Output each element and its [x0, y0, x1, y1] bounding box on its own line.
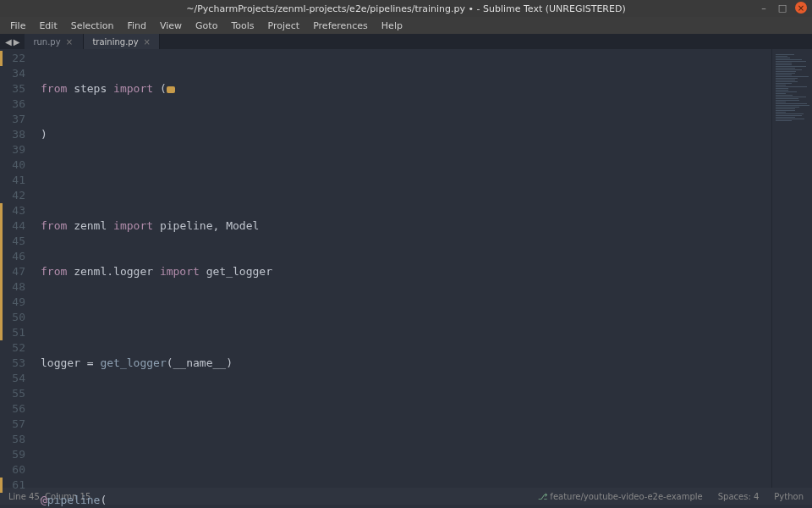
menu-preferences[interactable]: Preferences: [308, 19, 373, 33]
line-number: 60: [0, 462, 29, 478]
minimap[interactable]: [771, 49, 812, 488]
window-titlebar: ~/PycharmProjects/zenml-projects/e2e/pip…: [0, 0, 812, 17]
window-title: ~/PycharmProjects/zenml-projects/e2e/pip…: [186, 3, 625, 14]
editor[interactable]: 2234353637383940414243444546474849505152…: [0, 49, 812, 488]
line-number: 46: [0, 249, 29, 264]
menu-goto[interactable]: Goto: [190, 19, 222, 33]
line-number: 54: [0, 371, 29, 386]
args: (__name__): [167, 356, 233, 369]
line-number: 47: [0, 264, 29, 279]
line-number: 53: [0, 356, 29, 371]
minimize-icon[interactable]: –: [758, 2, 770, 14]
punct: ): [41, 128, 47, 141]
decorator: pipeline: [47, 494, 101, 506]
line-number: 57: [0, 417, 29, 432]
line-number: 52: [0, 340, 29, 356]
tab-label: training.py: [92, 37, 138, 47]
var: logger: [41, 356, 87, 369]
module-name: steps: [74, 82, 107, 95]
tab-nav-back-icon[interactable]: ◀: [5, 37, 12, 47]
module-name: zenml: [74, 219, 107, 232]
line-number: 35: [0, 81, 29, 97]
line-number: 61: [0, 478, 29, 493]
line-number: 37: [0, 112, 29, 127]
line-number: 42: [0, 188, 29, 203]
line-number: 55: [0, 386, 29, 401]
line-number: 41: [0, 173, 29, 188]
line-number: 34: [0, 66, 29, 81]
window-controls: – □ ×: [758, 2, 807, 14]
tab-nav-forward-icon[interactable]: ▶: [14, 37, 20, 47]
status-language[interactable]: Python: [774, 492, 804, 501]
tab-runpy[interactable]: run.py ×: [25, 34, 84, 49]
import-names: get_logger: [200, 265, 272, 278]
keyword: import: [113, 219, 153, 232]
menu-edit[interactable]: Edit: [34, 19, 62, 33]
line-number: 22: [0, 51, 29, 66]
line-number: 40: [0, 157, 29, 173]
menu-selection[interactable]: Selection: [66, 19, 119, 33]
tab-nav: ◀ ▶: [0, 34, 25, 49]
line-number: 56: [0, 401, 29, 417]
punct: (: [100, 494, 107, 506]
line-number: 39: [0, 142, 29, 157]
line-number: 44: [0, 218, 29, 234]
menu-view[interactable]: View: [155, 19, 187, 33]
call: get_logger: [94, 356, 167, 369]
close-icon[interactable]: ×: [795, 2, 807, 14]
import-names: pipeline, Model: [153, 219, 259, 232]
line-number: 50: [0, 310, 29, 325]
line-number: 48: [0, 279, 29, 295]
op: =: [87, 356, 94, 369]
tab-bar: ◀ ▶ run.py × training.py ×: [0, 34, 812, 49]
fold-marker-icon[interactable]: [167, 86, 175, 93]
line-gutter: 2234353637383940414243444546474849505152…: [0, 49, 36, 488]
keyword: from: [41, 219, 67, 232]
menu-find[interactable]: Find: [122, 19, 151, 33]
tab-close-icon[interactable]: ×: [144, 37, 151, 47]
tab-trainingpy[interactable]: training.py ×: [84, 34, 160, 49]
line-number: 43: [0, 203, 29, 218]
line-number: 51: [0, 325, 29, 340]
menu-project[interactable]: Project: [263, 19, 305, 33]
tab-close-icon[interactable]: ×: [66, 37, 73, 47]
menu-file[interactable]: File: [5, 19, 30, 33]
punct: (: [153, 82, 167, 95]
tab-label: run.py: [33, 37, 60, 47]
keyword: from: [41, 82, 67, 95]
menu-bar: File Edit Selection Find View Goto Tools…: [0, 17, 812, 34]
decorator-at: @: [41, 494, 47, 506]
line-number: 38: [0, 127, 29, 142]
line-number: 58: [0, 432, 29, 447]
line-number: 49: [0, 295, 29, 310]
menu-help[interactable]: Help: [376, 19, 408, 33]
line-number: 45: [0, 234, 29, 249]
keyword: from: [41, 265, 67, 278]
keyword: import: [113, 82, 153, 95]
module-name: zenml.logger: [74, 265, 153, 278]
line-number: 59: [0, 447, 29, 462]
menu-tools[interactable]: Tools: [226, 19, 259, 33]
line-number: 36: [0, 97, 29, 112]
maximize-icon[interactable]: □: [776, 2, 788, 14]
code-area[interactable]: from steps import ( ) from zenml import …: [36, 49, 771, 488]
keyword: import: [160, 265, 200, 278]
